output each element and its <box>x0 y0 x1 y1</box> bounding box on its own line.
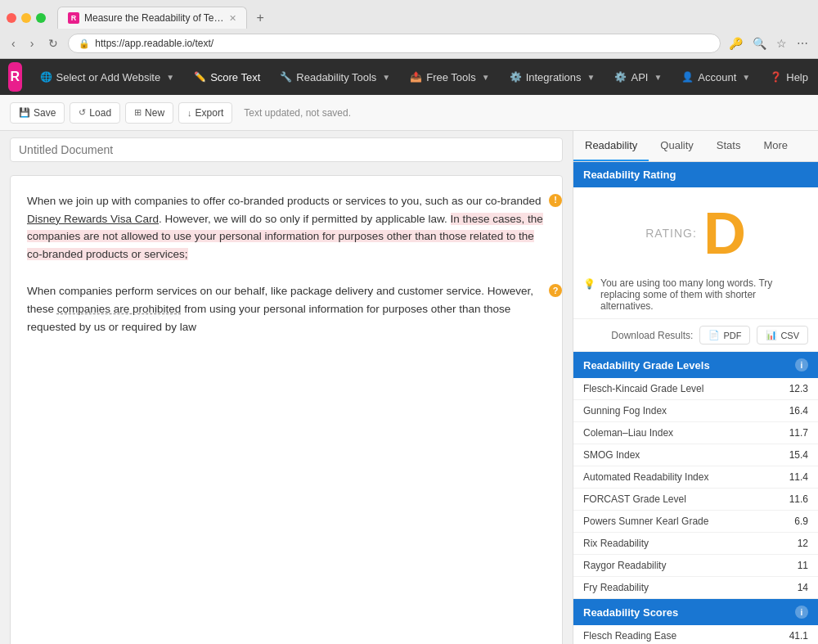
paragraph-2-text[interactable]: When companies perform services on our b… <box>27 282 546 336</box>
grade-value: 11.7 <box>789 427 808 439</box>
nav-help[interactable]: ❓ Help <box>760 59 818 95</box>
paragraph-2-marker: ? <box>549 284 562 297</box>
bookmark-icon[interactable]: ☆ <box>773 34 790 53</box>
minimize-window-button[interactable] <box>21 13 31 23</box>
tools-icon: 🔧 <box>280 71 292 83</box>
account-icon: 👤 <box>681 71 694 83</box>
grade-name: Rix Readability <box>583 538 649 549</box>
grade-levels-title: Readability Grade Levels <box>583 359 710 372</box>
website-icon: 🌐 <box>40 71 52 83</box>
grade-row: Rix Readability12 <box>573 533 818 555</box>
close-window-button[interactable] <box>7 13 16 23</box>
refresh-button[interactable]: ↻ <box>43 34 63 53</box>
status-text: Text updated, not saved. <box>244 107 351 119</box>
grade-row: Powers Sumner Kearl Grade6.9 <box>573 511 818 533</box>
nav-free-tools[interactable]: 📤 Free Tools ▼ <box>400 59 499 95</box>
download-label: Download Results: <box>611 330 693 341</box>
nav-integrations[interactable]: ⚙️ Integrations ▼ <box>500 59 605 95</box>
rating-row: RATING: D <box>583 204 808 263</box>
grade-name: Fry Readability <box>583 582 649 593</box>
grade-name: Gunning Fog Index <box>583 405 667 417</box>
forward-button[interactable]: › <box>25 34 39 53</box>
editor-content[interactable]: When we join up with companies to offer … <box>10 175 563 644</box>
new-button[interactable]: ⊞ New <box>125 102 173 124</box>
more-options-icon[interactable]: ⋯ <box>793 34 811 53</box>
doc-title-input[interactable] <box>10 137 563 162</box>
nav-api[interactable]: ⚙️ API ▼ <box>605 59 672 95</box>
editor-wrapper: When we join up with companies to offer … <box>0 169 573 644</box>
paragraph-1-marker: ! <box>549 194 562 207</box>
tab-stats[interactable]: Stats <box>705 131 753 161</box>
grade-row: Gunning Fog Index16.4 <box>573 400 818 422</box>
address-bar[interactable]: 🔒 https://app.readable.io/text/ <box>68 34 721 53</box>
grade-levels-info-icon[interactable]: i <box>795 358 808 372</box>
readability-scores-table: Flesch Reading Ease41.1CEFR LevelB1 <box>573 625 818 644</box>
nav-help-label: Help <box>786 71 808 83</box>
new-tab-button[interactable]: + <box>250 7 271 29</box>
lock-icon: 🔒 <box>79 38 90 49</box>
doc-title-bar <box>0 131 573 169</box>
save-label: Save <box>34 107 56 119</box>
disney-link: Disney Rewards Visa Card <box>27 213 159 225</box>
nav-readability-tools[interactable]: 🔧 Readability Tools ▼ <box>270 59 400 95</box>
grade-name: Coleman–Liau Index <box>583 427 673 439</box>
save-icon: 💾 <box>19 107 30 118</box>
chevron-down-icon: ▼ <box>587 73 596 82</box>
maximize-window-button[interactable] <box>36 13 46 23</box>
grade-name: Flesch-Kincaid Grade Level <box>583 383 703 394</box>
nav-score-text[interactable]: ✏️ Score Text <box>184 59 270 95</box>
back-button[interactable]: ‹ <box>7 34 20 53</box>
paragraph-1-text[interactable]: When we join up with companies to offer … <box>27 192 546 263</box>
load-label: Load <box>89 107 111 119</box>
save-button[interactable]: 💾 Save <box>10 102 65 124</box>
download-row: Download Results: 📄 PDF 📊 CSV <box>573 319 818 352</box>
grade-name: Raygor Readability <box>583 560 666 571</box>
export-icon: ↓ <box>187 108 192 118</box>
help-icon: ❓ <box>770 71 782 83</box>
active-tab[interactable]: R Measure the Readability of Te… ✕ <box>57 7 247 29</box>
pdf-download-button[interactable]: 📄 PDF <box>699 326 750 345</box>
search-icon[interactable]: 🔍 <box>749 34 770 53</box>
export-label: Export <box>196 107 224 119</box>
grade-value: 6.9 <box>794 516 808 527</box>
tab-close-button[interactable]: ✕ <box>229 13 236 24</box>
nav-score-text-label: Score Text <box>210 71 260 83</box>
grade-value: 12 <box>798 538 808 549</box>
score-name: Flesch Reading Ease <box>583 630 676 642</box>
nav-api-label: API <box>631 71 648 83</box>
grade-row: FORCAST Grade Level11.6 <box>573 489 818 511</box>
grade-name: SMOG Index <box>583 449 640 461</box>
tab-more[interactable]: More <box>752 131 799 161</box>
grade-value: 16.4 <box>789 405 808 417</box>
paragraph-1: When we join up with companies to offer … <box>27 192 546 263</box>
integrations-icon: ⚙️ <box>510 71 522 83</box>
readability-scores-title: Readability Scores <box>583 606 678 619</box>
edit-icon: ✏️ <box>194 71 206 83</box>
tab-quality[interactable]: Quality <box>649 131 704 161</box>
grade-row: Raygor Readability11 <box>573 555 818 577</box>
grade-value: 11.6 <box>789 493 808 505</box>
grade-value: 12.3 <box>789 383 808 394</box>
password-icon[interactable]: 🔑 <box>726 34 746 53</box>
nav-integrations-label: Integrations <box>526 71 582 83</box>
nav-select-website[interactable]: 🌐 Select or Add Website ▼ <box>30 59 185 95</box>
chevron-down-icon: ▼ <box>742 73 750 82</box>
grade-name: Automated Readability Index <box>583 471 708 483</box>
chevron-down-icon: ▼ <box>654 73 662 82</box>
lightbulb-icon: 💡 <box>583 278 596 290</box>
csv-download-button[interactable]: 📊 CSV <box>757 326 808 345</box>
grade-name: FORCAST Grade Level <box>583 493 686 505</box>
tab-readability[interactable]: Readability <box>573 131 649 161</box>
export-button[interactable]: ↓ Export <box>178 102 232 124</box>
nav-account[interactable]: 👤 Account ▼ <box>672 59 760 95</box>
prohibited-text: companies are prohibited <box>57 303 182 315</box>
load-button[interactable]: ↺ Load <box>70 102 120 124</box>
editor-area: When we join up with companies to offer … <box>0 131 573 644</box>
grade-row: Fry Readability14 <box>573 577 818 599</box>
nav-free-tools-label: Free Tools <box>426 71 475 83</box>
grade-row: Flesch-Kincaid Grade Level12.3 <box>573 378 818 400</box>
readability-scores-info-icon[interactable]: i <box>795 606 808 619</box>
right-panel: Readability Quality Stats More Readabili… <box>573 131 818 644</box>
rating-label: RATING: <box>645 227 697 240</box>
rating-area: RATING: D <box>573 187 818 271</box>
